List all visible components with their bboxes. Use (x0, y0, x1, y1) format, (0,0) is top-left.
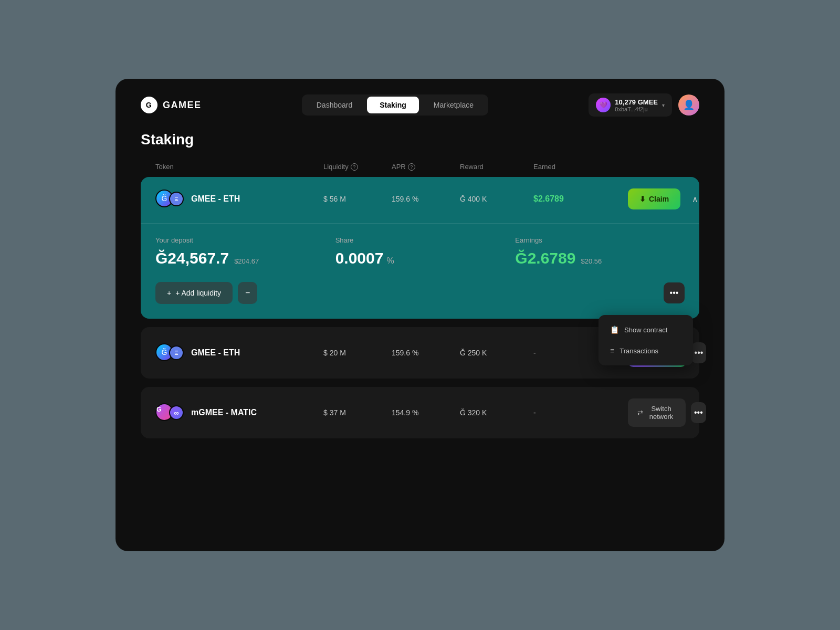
wallet-icon: 💜 (596, 98, 611, 112)
earnings-amount: Ğ2.6789 $20.56 (515, 249, 685, 267)
share-amount: 0.0007 % (335, 249, 505, 267)
row-main-1: Ğ Ξ GMEE - ETH $ 56 M 159.6 % Ğ 400 K $2… (141, 177, 699, 221)
contract-icon: 📋 (610, 326, 619, 334)
expanded-grid: Your deposit Ğ24,567.7 $204.67 Share 0.0… (155, 224, 685, 267)
reward-3: Ğ 320 K (460, 408, 533, 417)
nav-tabs: Dashboard Staking Marketplace (302, 94, 488, 116)
token-icons-2: Ğ Ξ (155, 343, 184, 362)
chevron-down-icon: ▾ (662, 102, 665, 108)
collapse-button[interactable]: ∧ (686, 190, 705, 208)
earnings-main: Ğ2.6789 (515, 249, 575, 267)
apr-1: 159.6 % (392, 195, 460, 203)
token-name-1: GMEE - ETH (191, 194, 240, 204)
more-menu-container: ••• (664, 282, 685, 303)
liquidity-3: $ 37 M (323, 408, 392, 417)
page-title: Staking (141, 131, 699, 148)
more-button-3[interactable]: ••• (691, 402, 706, 423)
col-header-reward: Reward (460, 163, 533, 171)
main-content: Staking Token Liquidity ? APR ? Reward E… (116, 131, 724, 472)
apr-2: 159.6 % (392, 349, 460, 357)
tab-dashboard[interactable]: Dashboard (304, 97, 365, 113)
switch-arrows-icon: ⇄ (637, 409, 643, 417)
reward-1: Ğ 400 K (460, 195, 533, 203)
app-container: G GAMEE Dashboard Staking Marketplace 💜 … (116, 79, 724, 551)
token-name-2: GMEE - ETH (191, 348, 240, 358)
remove-liquidity-button[interactable]: − (238, 282, 257, 304)
wallet-info[interactable]: 💜 10,279 GMEE 0xbaT...4f2ju ▾ (589, 93, 672, 117)
row-actions-3: ⇄ Switch network ••• (628, 398, 706, 427)
reward-2: Ğ 250 K (460, 349, 533, 357)
earnings-usd: $20.56 (581, 257, 602, 265)
earned-1: $2.6789 (533, 194, 628, 204)
deposit-label: Your deposit (155, 236, 325, 244)
add-liquidity-button-1[interactable]: + + Add liquidity (155, 282, 233, 304)
row-expanded-1: Your deposit Ğ24,567.7 $204.67 Share 0.0… (141, 223, 699, 319)
download-icon: ⬇ (639, 195, 646, 203)
row-main-3: G ∞ mGMEE - MATIC $ 37 M 154.9 % Ğ 320 K… (141, 387, 699, 438)
matic-icon: ∞ (169, 405, 184, 420)
token-info-3: G ∞ mGMEE - MATIC (155, 403, 323, 422)
liquidity-2: $ 20 M (323, 349, 392, 357)
add-remove-btns: + + Add liquidity − (155, 282, 257, 304)
apr-3: 154.9 % (392, 408, 460, 417)
wallet-address: 0xbaT...4f2ju (615, 106, 658, 112)
expanded-actions: + + Add liquidity − ••• (155, 282, 685, 304)
liquidity-1: $ 56 M (323, 195, 392, 203)
token-info-2: Ğ Ξ GMEE - ETH (155, 343, 323, 362)
deposit-usd: $204.67 (234, 257, 259, 265)
header-right: 💜 10,279 GMEE 0xbaT...4f2ju ▾ 👤 (589, 93, 699, 117)
logo-icon: G (141, 97, 158, 113)
deposit-section: Your deposit Ğ24,567.7 $204.67 (155, 236, 325, 267)
earned-3: - (533, 408, 628, 417)
dropdown-menu: 📋 Show contract ≡ Transactions (598, 315, 693, 365)
apr-info-icon: ? (408, 163, 415, 171)
col-header-actions (628, 163, 685, 171)
deposit-amount: Ğ24,567.7 $204.67 (155, 249, 325, 267)
deposit-main: Ğ24,567.7 (155, 249, 229, 267)
token-icons-3: G ∞ (155, 403, 184, 422)
col-header-earned: Earned (533, 163, 628, 171)
staking-row-1: Ğ Ξ GMEE - ETH $ 56 M 159.6 % Ğ 400 K $2… (141, 177, 699, 319)
claim-button[interactable]: ⬇ Claim (628, 188, 680, 209)
row-actions-1: ⬇ Claim ∧ (628, 188, 705, 209)
tab-staking[interactable]: Staking (367, 97, 419, 113)
show-contract-item[interactable]: 📋 Show contract (603, 319, 689, 340)
logo-text: GAMEE (163, 100, 202, 111)
share-section: Share 0.0007 % (335, 236, 505, 267)
wallet-text: 10,279 GMEE 0xbaT...4f2ju (615, 98, 658, 112)
plus-icon-1: + (167, 289, 171, 297)
wallet-amount: 10,279 GMEE (615, 98, 658, 106)
share-percent: % (386, 256, 394, 266)
earnings-section: Earnings Ğ2.6789 $20.56 (515, 236, 685, 267)
col-header-liquidity: Liquidity ? (323, 163, 392, 171)
token-info-1: Ğ Ξ GMEE - ETH (155, 190, 323, 208)
earnings-label: Earnings (515, 236, 685, 244)
eth-icon-1: Ξ (169, 192, 184, 206)
col-header-token: Token (155, 163, 323, 171)
more-button-1[interactable]: ••• (664, 282, 685, 303)
col-header-apr: APR ? (392, 163, 460, 171)
logo: G GAMEE (141, 97, 202, 113)
staking-row-3: G ∞ mGMEE - MATIC $ 37 M 154.9 % Ğ 320 K… (141, 387, 699, 438)
share-main: 0.0007 (335, 249, 384, 267)
transactions-icon: ≡ (610, 346, 614, 355)
eth-icon-2: Ξ (169, 345, 184, 360)
table-header: Token Liquidity ? APR ? Reward Earned (141, 163, 699, 171)
header: G GAMEE Dashboard Staking Marketplace 💜 … (116, 79, 724, 131)
share-label: Share (335, 236, 505, 244)
token-name-3: mGMEE - MATIC (191, 408, 257, 417)
more-button-2[interactable]: ••• (691, 342, 707, 363)
tab-marketplace[interactable]: Marketplace (421, 97, 486, 113)
avatar[interactable]: 👤 (678, 94, 699, 116)
token-icons-1: Ğ Ξ (155, 190, 184, 208)
transactions-item[interactable]: ≡ Transactions (603, 340, 689, 361)
switch-network-button[interactable]: ⇄ Switch network (628, 398, 686, 427)
liquidity-info-icon: ? (351, 163, 358, 171)
